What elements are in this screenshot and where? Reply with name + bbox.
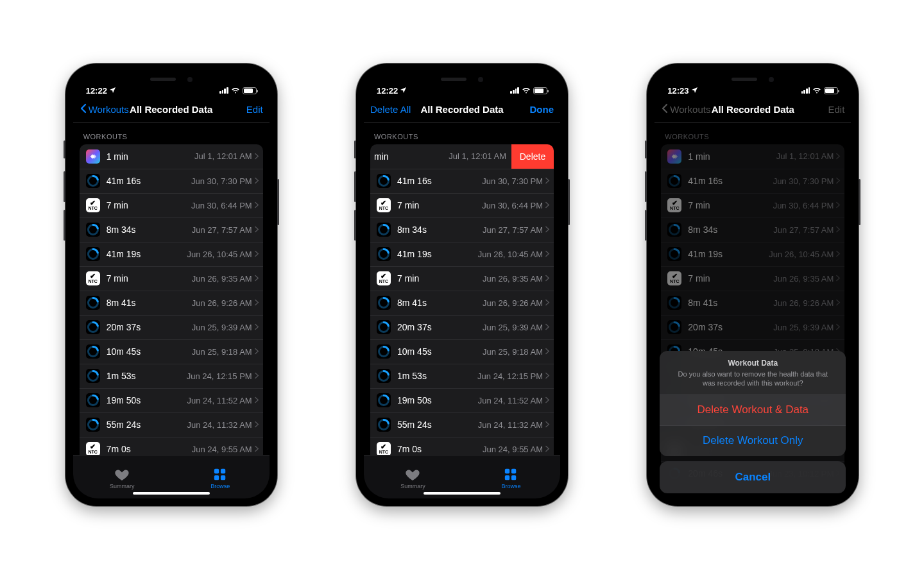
home-indicator[interactable] bbox=[133, 492, 210, 495]
content[interactable]: WORKOUTS minJul 1, 12:01 AMDelete41m 16s… bbox=[364, 123, 560, 455]
edit-button[interactable]: Edit bbox=[246, 104, 263, 115]
workout-timestamp: Jun 26, 10:45 AM bbox=[187, 250, 252, 259]
workout-row[interactable]: 19m 50sJun 24, 11:52 AM bbox=[370, 388, 554, 412]
content: WORKOUTS 1 minJul 1, 12:01 AM41m 16sJun … bbox=[654, 123, 851, 498]
notch bbox=[123, 71, 219, 88]
sheet-title: Workout Data bbox=[671, 359, 834, 368]
tab-bar: Summary Browse bbox=[364, 455, 560, 498]
workout-ring-app-icon bbox=[377, 344, 391, 359]
ntc-app-icon: ✔NTC bbox=[86, 271, 100, 285]
workout-duration: 8m 41s bbox=[107, 298, 192, 308]
workout-duration: 7m 0s bbox=[397, 444, 483, 454]
workout-timestamp: Jun 26, 9:26 AM bbox=[483, 298, 543, 308]
workout-row[interactable]: 41m 19sJun 26, 10:45 AM bbox=[370, 242, 554, 266]
chevron-right-icon bbox=[255, 224, 259, 235]
workout-timestamp: Jun 27, 7:57 AM bbox=[483, 225, 543, 235]
delete-workout-only-button[interactable]: Delete Workout Only bbox=[660, 425, 846, 456]
nav-title: All Recorded Data bbox=[420, 104, 503, 115]
workout-ring-app-icon bbox=[377, 320, 391, 334]
workout-row[interactable]: 1 minJul 1, 12:01 AM bbox=[80, 144, 263, 169]
cancel-button[interactable]: Cancel bbox=[660, 461, 846, 493]
workout-row[interactable]: 1m 53sJun 24, 12:15 PM bbox=[80, 364, 263, 388]
workout-duration: 55m 24s bbox=[107, 420, 187, 430]
workout-row[interactable]: 41m 16sJun 30, 7:30 PM bbox=[80, 169, 263, 193]
workout-row[interactable]: ✔NTC7 minJun 30, 6:44 PM bbox=[80, 193, 263, 217]
battery-icon bbox=[824, 87, 838, 94]
done-button[interactable]: Done bbox=[529, 104, 554, 115]
workout-row[interactable]: minJul 1, 12:01 AMDelete bbox=[370, 144, 554, 169]
back-button[interactable]: Workouts bbox=[80, 103, 129, 115]
chevron-right-icon bbox=[255, 175, 259, 187]
ntc-app-icon: ✔NTC bbox=[377, 271, 391, 285]
chevron-right-icon bbox=[255, 248, 259, 260]
home-indicator[interactable] bbox=[424, 492, 501, 495]
workout-timestamp: Jul 1, 12:01 AM bbox=[449, 151, 506, 161]
workout-ring-app-icon bbox=[377, 418, 391, 432]
chevron-right-icon bbox=[255, 321, 259, 333]
workout-timestamp: Jul 1, 12:01 AM bbox=[194, 151, 252, 161]
workout-ring-app-icon bbox=[377, 393, 391, 407]
section-header: WORKOUTS bbox=[73, 123, 270, 144]
chevron-right-icon bbox=[255, 443, 259, 455]
workout-row[interactable]: 10m 45sJun 25, 9:18 AM bbox=[370, 339, 554, 364]
workout-row[interactable]: 55m 24sJun 24, 11:32 AM bbox=[80, 412, 263, 437]
chevron-right-icon bbox=[545, 297, 550, 309]
workout-ring-app-icon bbox=[86, 174, 100, 188]
workout-duration: 20m 37s bbox=[397, 322, 483, 332]
workout-timestamp: Jun 25, 9:18 AM bbox=[483, 347, 543, 357]
workout-row[interactable]: 8m 34sJun 27, 7:57 AM bbox=[80, 217, 263, 242]
workout-timestamp: Jun 24, 11:32 AM bbox=[187, 420, 252, 430]
workout-row[interactable]: ✔NTC7m 0sJun 24, 9:55 AM bbox=[370, 437, 554, 455]
workout-ring-app-icon bbox=[86, 223, 100, 237]
workout-row[interactable]: 10m 45sJun 25, 9:18 AM bbox=[80, 339, 263, 364]
workout-ring-app-icon bbox=[86, 418, 100, 432]
workout-row[interactable]: 20m 37sJun 25, 9:39 AM bbox=[80, 315, 263, 339]
workout-row[interactable]: 8m 41sJun 26, 9:26 AM bbox=[370, 291, 554, 315]
content[interactable]: WORKOUTS 1 minJul 1, 12:01 AM41m 16sJun … bbox=[73, 123, 270, 455]
nav-title: All Recorded Data bbox=[712, 104, 794, 115]
chevron-right-icon bbox=[545, 370, 550, 382]
workout-timestamp: Jun 26, 9:35 AM bbox=[192, 274, 252, 284]
chevron-right-icon bbox=[545, 321, 550, 333]
workout-row[interactable]: 8m 41sJun 26, 9:26 AM bbox=[80, 291, 263, 315]
workout-timestamp: Jun 30, 7:30 PM bbox=[482, 176, 543, 186]
workout-row[interactable]: ✔NTC7 minJun 30, 6:44 PM bbox=[370, 193, 554, 217]
workout-ring-app-icon bbox=[86, 247, 100, 261]
workout-timestamp: Jun 24, 12:15 PM bbox=[187, 371, 252, 381]
delete-all-button[interactable]: Delete All bbox=[370, 104, 411, 115]
swipe-delete-button[interactable]: Delete bbox=[511, 144, 554, 169]
workout-duration: 8m 34s bbox=[397, 225, 483, 235]
workout-row[interactable]: ✔NTC7 minJun 26, 9:35 AM bbox=[370, 266, 554, 291]
section-header: WORKOUTS bbox=[364, 123, 560, 144]
workout-row[interactable]: 20m 37sJun 25, 9:39 AM bbox=[370, 315, 554, 339]
workout-ring-app-icon bbox=[377, 223, 391, 237]
shortcuts-app-icon bbox=[86, 149, 100, 164]
chevron-right-icon bbox=[255, 297, 259, 309]
workout-row[interactable]: 1m 53sJun 24, 12:15 PM bbox=[370, 364, 554, 388]
workout-duration: 1m 53s bbox=[397, 371, 477, 381]
sheet-header: Workout Data Do you also want to remove … bbox=[660, 351, 846, 395]
status-time: 12:22 bbox=[377, 86, 398, 96]
chevron-right-icon bbox=[545, 419, 550, 430]
delete-workout-data-button[interactable]: Delete Workout & Data bbox=[660, 395, 846, 425]
workout-row[interactable]: 41m 16sJun 30, 7:30 PM bbox=[370, 169, 554, 193]
workout-duration: 19m 50s bbox=[397, 395, 478, 405]
workout-row[interactable]: 41m 19sJun 26, 10:45 AM bbox=[80, 242, 263, 266]
workout-row[interactable]: ✔NTC7m 0sJun 24, 9:55 AM bbox=[80, 437, 263, 455]
workout-duration: 7 min bbox=[107, 273, 192, 284]
workout-row[interactable]: 55m 24sJun 24, 11:32 AM bbox=[370, 412, 554, 437]
tab-bar: Summary Browse bbox=[73, 455, 270, 498]
workout-timestamp: Jun 25, 9:18 AM bbox=[192, 347, 252, 357]
workout-row[interactable]: ✔NTC7 minJun 26, 9:35 AM bbox=[80, 266, 263, 291]
workout-ring-app-icon bbox=[86, 296, 100, 310]
workout-list: minJul 1, 12:01 AMDelete41m 16sJun 30, 7… bbox=[370, 144, 554, 455]
workout-row[interactable]: 19m 50sJun 24, 11:52 AM bbox=[80, 388, 263, 412]
workout-row[interactable]: 8m 34sJun 27, 7:57 AM bbox=[370, 217, 554, 242]
wifi-icon bbox=[812, 86, 821, 96]
phone-1: 12:22 Workouts All Recorded Data Edit WO… bbox=[65, 64, 277, 506]
workout-duration: 7 min bbox=[397, 273, 483, 284]
chevron-right-icon bbox=[255, 151, 259, 162]
workout-duration: 7 min bbox=[107, 200, 191, 210]
battery-icon bbox=[243, 87, 257, 94]
workout-ring-app-icon bbox=[377, 174, 391, 188]
